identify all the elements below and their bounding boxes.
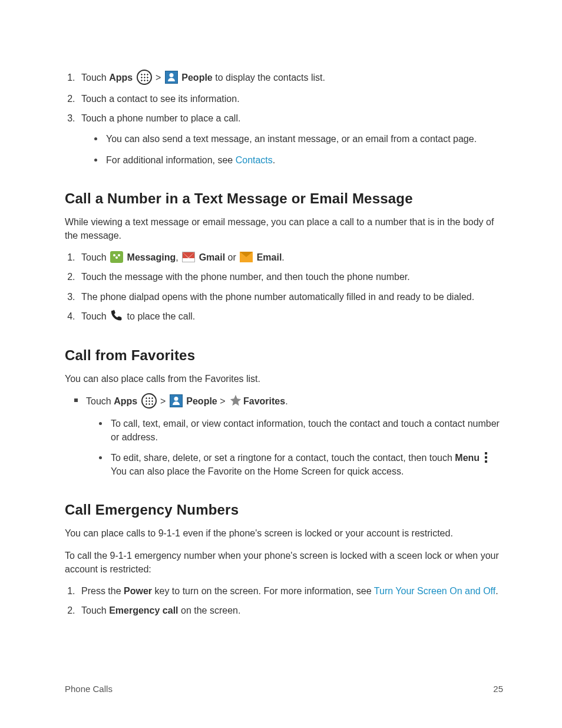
text: key to turn on the screen. For more info… [152, 586, 374, 596]
secB-list: Touch Apps > People > Favorites. To call… [65, 394, 503, 479]
bold-email: Email [257, 252, 282, 262]
text: Press the [81, 586, 124, 596]
bold-menu: Menu [455, 453, 480, 463]
paragraph: To call the 9-1-1 emergency number when … [65, 549, 503, 576]
secA-steps: Touch Messaging, Gmail or Email. Touch t… [65, 251, 503, 324]
footer-section: Phone Calls [65, 684, 113, 694]
text: Touch a phone number to place a call. [81, 113, 240, 123]
bold-favorites: Favorites [243, 396, 285, 406]
text: to display the contacts list. [213, 73, 325, 83]
list-item: The phone dialpad opens with the phone n… [78, 290, 503, 304]
text: , [176, 252, 181, 262]
list-item: To call, text, email, or view contact in… [103, 417, 503, 444]
paragraph: You can also place calls from the Favori… [65, 372, 503, 386]
text: or [225, 252, 239, 262]
menu-icon [484, 452, 488, 463]
phone-icon [110, 308, 123, 322]
text: Touch [81, 252, 109, 262]
document-page: Touch Apps > People to display the conta… [0, 0, 562, 728]
bold-messaging: Messaging [127, 252, 176, 262]
bold-gmail: Gmail [199, 252, 225, 262]
bold-people: People [181, 73, 212, 83]
bold-power: Power [124, 586, 152, 596]
text: . [273, 155, 275, 165]
text: to place the call. [124, 311, 195, 321]
list-item: Touch Messaging, Gmail or Email. [78, 251, 503, 264]
messaging-icon [110, 251, 123, 263]
list-item: Touch Apps > People to display the conta… [78, 71, 503, 86]
list-item: Press the Power key to turn on the scree… [78, 584, 503, 598]
turn-screen-on-off-link[interactable]: Turn Your Screen On and Off [374, 586, 495, 596]
text: Touch [81, 605, 109, 615]
paragraph: While viewing a text message or email me… [65, 215, 503, 242]
text: You can also place the Favorite on the H… [111, 466, 404, 476]
sublist: You can also send a text message, an ins… [81, 132, 503, 166]
separator: > [153, 73, 164, 83]
text: To edit, share, delete, or set a rington… [111, 453, 455, 463]
secC-steps: Press the Power key to turn on the scree… [65, 584, 503, 617]
text: . [495, 586, 498, 596]
gmail-icon [182, 252, 195, 262]
text: . [282, 252, 284, 262]
list-item: Touch a contact to see its information. [78, 92, 503, 106]
separator: > [217, 396, 228, 406]
text: Touch [81, 311, 109, 321]
star-icon [229, 394, 242, 407]
list-item: You can also send a text message, an ins… [98, 132, 503, 146]
heading-call-emergency-numbers: Call Emergency Numbers [65, 502, 503, 518]
people-icon [165, 71, 178, 84]
list-item: Touch a phone number to place a call. Yo… [78, 111, 503, 167]
page-number: 25 [493, 684, 503, 694]
bold-apps: Apps [114, 396, 137, 406]
email-icon [240, 252, 253, 262]
contacts-link[interactable]: Contacts [236, 155, 273, 165]
paragraph: You can place calls to 9-1-1 even if the… [65, 526, 503, 540]
heading-call-number-in-message: Call a Number in a Text Message or Email… [65, 190, 503, 207]
apps-icon [137, 70, 152, 85]
list-item: Touch Emergency call on the screen. [78, 604, 503, 617]
list-item: Touch the message with the phone number,… [78, 270, 503, 284]
text: Touch [86, 396, 114, 406]
list-item: Touch to place the call. [78, 309, 503, 324]
text: For additional information, see [106, 155, 236, 165]
page-footer: Phone Calls 25 [65, 684, 503, 694]
list-item: For additional information, see Contacts… [98, 153, 503, 167]
list-item: To edit, share, delete, or set a rington… [103, 451, 503, 478]
text: . [285, 396, 287, 406]
separator: > [158, 396, 168, 406]
heading-call-from-favorites: Call from Favorites [65, 347, 503, 364]
apps-icon [141, 393, 157, 409]
list-item: Touch Apps > People > Favorites. To call… [78, 394, 503, 479]
bold-apps: Apps [109, 73, 133, 83]
intro-steps: Touch Apps > People to display the conta… [65, 71, 503, 167]
text: Touch [81, 73, 109, 83]
text: on the screen. [178, 605, 241, 615]
bold-people: People [186, 396, 217, 406]
sublist: To call, text, email, or view contact in… [86, 417, 503, 479]
people-icon [170, 394, 183, 407]
bold-emergency-call: Emergency call [109, 605, 178, 615]
